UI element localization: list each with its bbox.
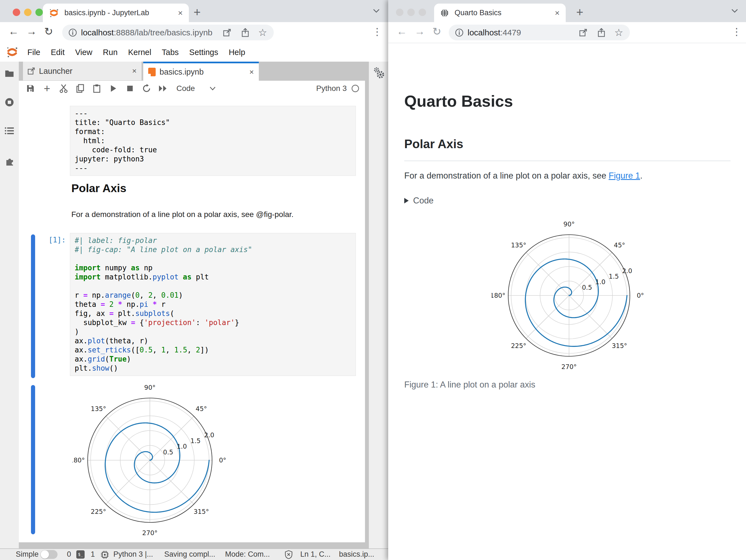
notebook-panel[interactable]: ---title: "Quarto Basics"format: html: c…: [19, 96, 365, 542]
address-bar[interactable]: localhost:4479 ☆: [449, 25, 630, 40]
close-window-button[interactable]: [396, 8, 403, 16]
new-tab-button[interactable]: +: [576, 6, 583, 18]
new-tab-button[interactable]: +: [194, 6, 201, 18]
kernel-status-icon[interactable]: [351, 84, 360, 93]
tab-strip: Quarto Basics × +: [388, 0, 746, 22]
kernel-chip-icon: [101, 551, 109, 559]
launcher-tab-close-icon[interactable]: ×: [132, 67, 137, 76]
forward-icon[interactable]: →: [414, 25, 425, 37]
forward-icon[interactable]: →: [26, 25, 37, 37]
run-icon[interactable]: [108, 84, 118, 93]
running-sessions-icon[interactable]: [5, 97, 14, 107]
svg-text:0°: 0°: [637, 292, 644, 299]
copy-icon[interactable]: [75, 84, 85, 93]
share-icon[interactable]: [597, 28, 606, 37]
trust-shield-icon[interactable]: [285, 550, 292, 559]
cut-icon[interactable]: [59, 84, 68, 93]
output-collapser[interactable]: [31, 385, 35, 534]
browser-tab[interactable]: basics.ipynb - JupyterLab ×: [43, 4, 189, 22]
jupyterlab-browser-window: basics.ipynb - JupyterLab × + ← → ↻ loca…: [0, 0, 388, 560]
zoom-window-button[interactable]: [419, 8, 426, 16]
restart-kernel-icon[interactable]: [142, 84, 151, 93]
cell-type-chevron-icon[interactable]: [209, 86, 216, 91]
save-icon[interactable]: [25, 84, 35, 93]
traffic-lights-inactive: [396, 8, 426, 16]
reload-icon[interactable]: ↻: [432, 25, 441, 37]
minimize-window-button[interactable]: [24, 8, 31, 16]
share-icon[interactable]: [241, 28, 250, 37]
tab-title: basics.ipynb - JupyterLab: [64, 8, 149, 17]
menu-run[interactable]: Run: [97, 48, 123, 57]
jupyterlab-menubar: File Edit View Run Kernel Tabs Settings …: [0, 43, 388, 62]
address-bar[interactable]: localhost:8888/lab/tree/basics.ipynb ☆: [62, 25, 274, 40]
browser-menu-icon[interactable]: ⋮: [731, 26, 742, 37]
yaml-cell[interactable]: ---title: "Quarto Basics"format: html: c…: [70, 106, 356, 176]
code-cell[interactable]: #| label: fig-polar#| fig-cap: "A line p…: [70, 233, 356, 376]
kernel-status-text[interactable]: Python 3 |...: [113, 549, 153, 559]
extensions-icon[interactable]: [5, 156, 15, 166]
svg-text:0.5: 0.5: [582, 284, 592, 291]
property-inspector-gears-icon[interactable]: [373, 67, 385, 79]
jupyter-favicon: [49, 8, 59, 18]
notebook-tab-close-icon[interactable]: ×: [250, 68, 254, 77]
quarto-page: Quarto Basics Polar Axis For a demonstra…: [388, 43, 746, 560]
zoom-window-button[interactable]: [35, 8, 43, 16]
cell-execution-prompt: [1]:: [30, 236, 66, 244]
svg-text:270°: 270°: [142, 529, 157, 536]
back-icon[interactable]: ←: [397, 25, 407, 37]
bookmark-star-icon[interactable]: ☆: [258, 27, 267, 38]
restart-run-all-icon[interactable]: [158, 85, 168, 92]
add-cell-icon[interactable]: +: [42, 84, 52, 93]
minimize-window-button[interactable]: [407, 8, 415, 16]
tab-search-chevron-icon[interactable]: [731, 8, 738, 13]
back-icon[interactable]: ←: [8, 25, 19, 37]
disclosure-triangle-icon: [404, 198, 409, 203]
browser-menu-icon[interactable]: ⋮: [372, 26, 383, 37]
menu-kernel[interactable]: Kernel: [123, 48, 156, 57]
menu-edit[interactable]: Edit: [46, 48, 70, 57]
tab-close-icon[interactable]: ×: [172, 8, 189, 18]
simple-mode-toggle[interactable]: [40, 550, 58, 559]
tab-notebook[interactable]: basics.ipynb ×: [143, 62, 259, 81]
tab-strip: basics.ipynb - JupyterLab × +: [0, 0, 388, 22]
svg-text:315°: 315°: [194, 508, 209, 515]
svg-text:180°: 180°: [492, 292, 506, 299]
mode-indicator[interactable]: Mode: Com...: [225, 549, 270, 559]
site-info-icon[interactable]: [455, 28, 464, 37]
svg-text:135°: 135°: [91, 405, 106, 412]
svg-text:1.0: 1.0: [177, 443, 187, 450]
active-cell-collapser[interactable]: [31, 234, 35, 378]
tab-close-icon[interactable]: ×: [549, 8, 566, 18]
url-host: localhost: [467, 28, 500, 37]
menu-view[interactable]: View: [70, 48, 97, 57]
reload-icon[interactable]: ↻: [44, 25, 53, 37]
kernel-name-label[interactable]: Python 3: [316, 84, 347, 93]
figure-link[interactable]: Figure 1: [609, 171, 640, 180]
cell-type-dropdown[interactable]: Code: [176, 84, 195, 93]
table-of-contents-icon[interactable]: [5, 127, 14, 135]
paste-icon[interactable]: [92, 84, 102, 93]
browser-tab[interactable]: Quarto Basics ×: [434, 4, 566, 22]
tab-launcher[interactable]: Launcher ×: [23, 62, 142, 81]
tab-search-chevron-icon[interactable]: [373, 8, 380, 13]
bookmark-star-icon[interactable]: ☆: [614, 27, 623, 38]
stop-icon[interactable]: [125, 85, 135, 92]
menu-file[interactable]: File: [22, 48, 46, 57]
svg-text:1.5: 1.5: [609, 273, 619, 280]
file-browser-icon[interactable]: [5, 69, 14, 78]
menu-help[interactable]: Help: [223, 48, 251, 57]
cursor-position[interactable]: Ln 1, C...: [300, 549, 331, 559]
code-disclosure[interactable]: Code: [404, 196, 434, 206]
close-window-button[interactable]: [13, 8, 20, 16]
site-info-icon[interactable]: [68, 28, 77, 37]
polar-plot-output: 0°45°90°135°180°225°270°315°0.51.01.52.0: [73, 383, 227, 538]
open-in-new-icon[interactable]: [223, 28, 231, 37]
notebook-markdown-heading: Polar Axis: [71, 182, 126, 195]
menu-settings[interactable]: Settings: [184, 48, 223, 57]
menu-tabs[interactable]: Tabs: [156, 48, 184, 57]
figure-caption: Figure 1: A line plot on a polar axis: [404, 380, 535, 390]
open-in-new-icon[interactable]: [579, 28, 587, 37]
svg-text:45°: 45°: [614, 242, 625, 249]
jupyter-logo: [6, 46, 18, 58]
right-sidebar-strip: [369, 62, 388, 549]
